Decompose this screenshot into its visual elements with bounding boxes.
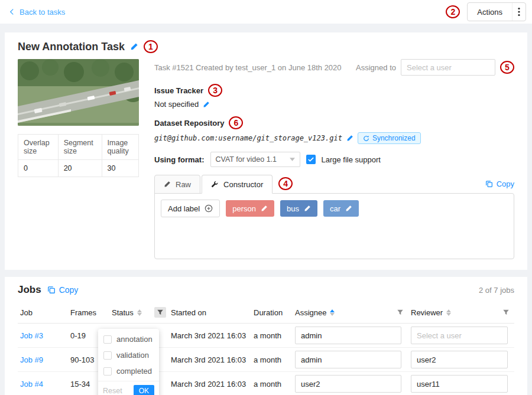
task-details-card: New Annotation Task 1 xyxy=(5,32,527,270)
more-dots-icon[interactable] xyxy=(512,3,525,21)
param-header-segment: Segment size xyxy=(58,135,102,160)
job-link[interactable]: Job #3 xyxy=(20,331,43,340)
callout-2: 2 xyxy=(446,5,460,18)
edit-label-icon[interactable] xyxy=(345,205,352,212)
plus-circle-icon xyxy=(205,204,213,213)
dataset-repository-label: Dataset Repository xyxy=(154,119,224,128)
job-link[interactable]: Job #9 xyxy=(20,355,43,364)
param-header-overlap: Overlap size xyxy=(18,135,59,160)
add-label-button-label: Add label xyxy=(168,204,200,213)
task-title: New Annotation Task xyxy=(18,41,125,53)
edit-label-icon[interactable] xyxy=(304,205,311,212)
job-assignee-input[interactable] xyxy=(295,351,401,368)
edit-title-icon[interactable] xyxy=(130,43,138,51)
job-frames: 15-34 xyxy=(70,380,90,389)
tool-icon xyxy=(211,181,219,188)
checkbox-unchecked[interactable] xyxy=(103,367,112,376)
filter-ok-button[interactable]: OK xyxy=(134,385,154,395)
param-value-overlap: 0 xyxy=(18,160,59,177)
job-started: March 3rd 2021 16:03 xyxy=(171,331,246,340)
task-meta: Task #1521 Created by test_user_1 on Jun… xyxy=(154,63,342,72)
callout-4: 4 xyxy=(278,177,293,190)
back-link-label: Back to tasks xyxy=(20,8,65,17)
back-to-tasks-link[interactable]: Back to tasks xyxy=(8,8,65,17)
filter-reset-button[interactable]: Reset xyxy=(103,387,122,395)
task-params-table: Overlap size Segment size Image quality … xyxy=(18,134,139,177)
jobs-table: Job Frames Status Started on xyxy=(18,302,514,395)
label-tag-car-name: car xyxy=(330,204,340,213)
column-job: Job xyxy=(18,302,68,324)
jobs-copy-link[interactable]: Copy xyxy=(47,285,79,295)
jobs-count: 2 of 7 jobs xyxy=(479,286,514,295)
large-file-checkbox[interactable] xyxy=(306,155,316,164)
tab-raw[interactable]: Raw xyxy=(154,175,200,194)
job-assignee-input[interactable] xyxy=(295,375,401,393)
job-started: March 3rd 2021 16:03 xyxy=(171,380,246,389)
filter-option-annotation[interactable]: annotation xyxy=(98,331,159,347)
copy-icon xyxy=(47,286,56,294)
job-reviewer-input[interactable] xyxy=(411,375,508,393)
large-file-label: Large file support xyxy=(322,155,381,164)
job-frames: 90-103 xyxy=(70,355,94,364)
format-select[interactable]: CVAT for video 1.1 xyxy=(210,152,300,167)
add-label-button[interactable]: Add label xyxy=(161,200,220,217)
tab-constructor-label: Constructor xyxy=(223,180,263,189)
sort-icon[interactable] xyxy=(137,309,142,316)
callout-5: 5 xyxy=(500,61,514,74)
assigned-to-label: Assigned to xyxy=(356,63,396,72)
column-assignee[interactable]: Assignee xyxy=(293,302,408,324)
reviewer-filter-icon[interactable] xyxy=(500,307,512,318)
job-duration: a month xyxy=(254,380,281,389)
filter-option-validation[interactable]: validation xyxy=(98,347,159,363)
chevron-left-icon xyxy=(8,8,15,15)
label-tag-car[interactable]: car xyxy=(323,200,359,217)
filter-option-label: completed xyxy=(116,367,152,376)
checkbox-unchecked[interactable] xyxy=(103,351,112,360)
sync-status-badge: Synchronized xyxy=(358,132,421,144)
jobs-card: Jobs Copy 2 of 7 jobs Job Frames Status xyxy=(5,277,527,395)
label-tag-person[interactable]: person xyxy=(226,200,274,217)
format-select-value: CVAT for video 1.1 xyxy=(216,155,277,164)
issue-tracker-value: Not specified xyxy=(154,100,199,109)
task-assignee-input[interactable] xyxy=(401,59,495,76)
job-link[interactable]: Job #4 xyxy=(20,380,43,389)
actions-button-label: Actions xyxy=(468,3,512,21)
callout-1: 1 xyxy=(144,40,158,53)
param-header-quality: Image quality xyxy=(102,135,138,160)
edit-repository-icon[interactable] xyxy=(346,135,353,142)
column-frames: Frames xyxy=(68,302,109,324)
param-value-segment: 20 xyxy=(58,160,102,177)
repository-url: git@github.com:username/git_storage_v123… xyxy=(154,134,342,142)
job-assignee-input[interactable] xyxy=(295,327,401,344)
status-filter-icon[interactable] xyxy=(154,307,166,318)
job-row: Job #3 0-19 March 3rd 2021 16:03 a month xyxy=(18,324,514,348)
param-value-quality: 30 xyxy=(102,160,138,177)
filter-option-label: annotation xyxy=(116,335,153,344)
job-reviewer-input[interactable] xyxy=(411,351,508,368)
job-duration: a month xyxy=(254,331,281,340)
label-tag-bus[interactable]: bus xyxy=(280,200,317,217)
issue-tracker-label: Issue Tracker xyxy=(154,86,203,95)
label-tag-person-name: person xyxy=(232,204,256,213)
edit-issue-tracker-icon[interactable] xyxy=(203,101,210,108)
task-preview-image xyxy=(18,59,139,126)
job-reviewer-input[interactable] xyxy=(411,327,508,344)
sort-icon[interactable] xyxy=(446,309,451,316)
status-filter-dropdown: annotation validation completed Reset OK xyxy=(98,329,159,395)
top-bar: Back to tasks 2 Actions xyxy=(0,0,532,24)
tab-raw-label: Raw xyxy=(176,180,191,189)
labels-copy-label: Copy xyxy=(497,179,514,188)
tab-constructor[interactable]: Constructor xyxy=(202,175,273,194)
assignee-filter-icon[interactable] xyxy=(394,307,406,318)
copy-icon xyxy=(485,180,493,188)
column-status[interactable]: Status xyxy=(109,302,168,324)
jobs-title: Jobs xyxy=(18,284,41,296)
checkbox-unchecked[interactable] xyxy=(103,335,112,344)
labels-copy-link[interactable]: Copy xyxy=(485,179,514,188)
edit-label-icon[interactable] xyxy=(261,205,268,212)
column-started-on: Started on xyxy=(168,302,251,324)
column-reviewer[interactable]: Reviewer xyxy=(408,302,514,324)
actions-button[interactable]: Actions xyxy=(467,2,526,21)
sort-icon[interactable] xyxy=(330,309,335,316)
filter-option-completed[interactable]: completed xyxy=(98,363,159,379)
